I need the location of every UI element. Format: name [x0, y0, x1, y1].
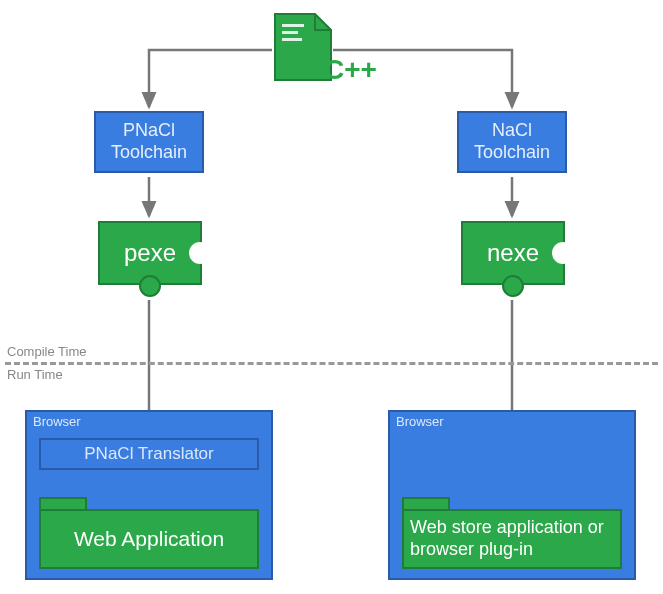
- nexe-artifact: nexe: [461, 221, 565, 285]
- pnacl-toolchain-box: PNaCl Toolchain: [94, 111, 204, 173]
- browser-label-left: Browser: [33, 414, 81, 429]
- run-time-label: Run Time: [7, 367, 63, 382]
- browser-container-right: Browser Web store application or browser…: [388, 410, 636, 580]
- svg-rect-0: [282, 24, 304, 27]
- svg-rect-1: [282, 31, 298, 34]
- nexe-label: nexe: [487, 239, 539, 267]
- pnacl-toolchain-label: PNaCl Toolchain: [96, 120, 202, 163]
- compile-time-label: Compile Time: [7, 344, 86, 359]
- pexe-artifact: pexe: [98, 221, 202, 285]
- web-application-label: Web Application: [74, 527, 224, 551]
- webstore-app-box: Web store application or browser plug-in: [402, 509, 622, 569]
- pexe-label: pexe: [124, 239, 176, 267]
- webstore-app-label: Web store application or browser plug-in: [410, 517, 614, 560]
- nacl-toolchain-box: NaCl Toolchain: [457, 111, 567, 173]
- browser-label-right: Browser: [396, 414, 444, 429]
- pnacl-translator-box: PNaCl Translator: [39, 438, 259, 470]
- phase-divider: [5, 362, 658, 365]
- pnacl-translator-label: PNaCl Translator: [84, 444, 213, 464]
- browser-container-left: Browser PNaCl Translator Web Application: [25, 410, 273, 580]
- cpp-language-label: C++: [324, 54, 377, 86]
- nacl-toolchain-label: NaCl Toolchain: [459, 120, 565, 163]
- svg-rect-2: [282, 38, 302, 41]
- web-application-box: Web Application: [39, 509, 259, 569]
